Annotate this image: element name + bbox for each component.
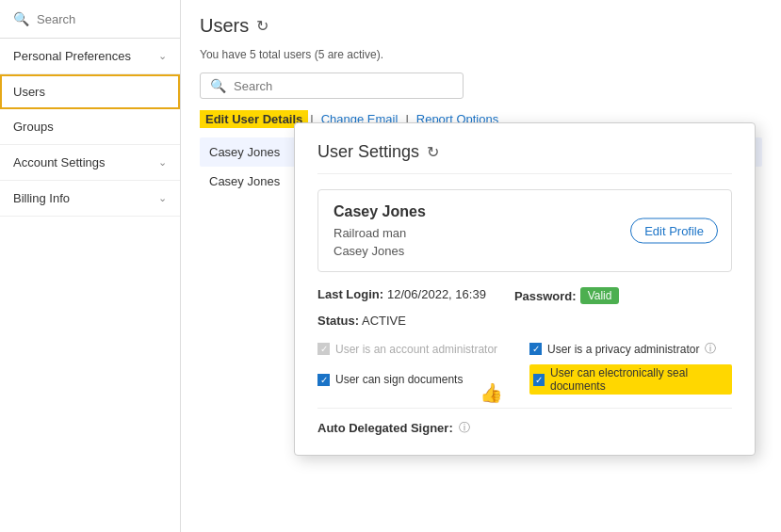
sidebar-search-container[interactable]: 🔍 — [0, 0, 180, 39]
password-label: Password: — [514, 289, 577, 303]
status-value: ACTIVE — [362, 314, 406, 328]
user-settings-modal: User Settings ↻ Casey Jones Railroad man… — [294, 122, 756, 456]
permission-checkbox-sign-docs[interactable]: ✓ — [317, 374, 330, 386]
sidebar-nav: Personal Preferences ⌄ Users Groups Acco… — [0, 39, 180, 532]
password-item: Password: Valid — [514, 287, 620, 304]
sidebar-item-label: Personal Preferences — [13, 49, 131, 63]
chevron-down-icon: ⌄ — [158, 192, 167, 204]
permission-account-admin: ✓ User is an account administrator — [317, 341, 520, 357]
chevron-down-icon: ⌄ — [158, 156, 167, 169]
permission-electronic-seal: ✓ User can electronically seal documents — [529, 364, 732, 395]
permissions-grid: ✓ User is an account administrator ✓ Use… — [317, 341, 732, 395]
auto-delegated-label: Auto Delegated Signer: — [317, 421, 453, 435]
permission-checkbox-account-admin[interactable]: ✓ — [317, 343, 330, 355]
sidebar: 🔍 Personal Preferences ⌄ Users Groups Ac… — [0, 0, 181, 532]
app-container: 🔍 Personal Preferences ⌄ Users Groups Ac… — [0, 0, 781, 532]
sidebar-item-label: Account Settings — [13, 155, 106, 169]
sidebar-search-input[interactable] — [37, 12, 167, 26]
last-login-value: 12/06/2022, 16:39 — [387, 287, 486, 301]
password-status-badge: Valid — [580, 287, 620, 304]
sidebar-search-icon: 🔍 — [13, 11, 29, 26]
auto-delegated-signer: Auto Delegated Signer: ⓘ — [317, 408, 732, 436]
info-icon-auto-delegated[interactable]: ⓘ — [459, 420, 470, 436]
users-search-input[interactable] — [234, 79, 453, 93]
users-search-bar[interactable]: 🔍 — [200, 73, 464, 99]
permission-label-account-admin: User is an account administrator — [335, 343, 497, 356]
user-meta: Last Login: 12/06/2022, 16:39 Password: … — [317, 287, 732, 304]
permission-label-electronic-seal: User can electronically seal documents — [550, 366, 728, 393]
sidebar-item-account-settings[interactable]: Account Settings ⌄ — [0, 145, 180, 181]
user-list-item-label: Casey Jones — [209, 145, 280, 159]
users-search-icon: 🔍 — [210, 78, 226, 93]
refresh-icon[interactable]: ↻ — [256, 17, 268, 35]
status-label: Status: — [317, 314, 359, 328]
modal-refresh-icon[interactable]: ↻ — [427, 143, 439, 161]
main-content: Users ↻ You have 5 total users (5 are ac… — [181, 0, 781, 532]
permission-label-privacy-admin: User is a privacy administrator — [547, 343, 699, 356]
permission-privacy-admin: ✓ User is a privacy administrator ⓘ — [529, 341, 732, 357]
sidebar-item-label: Users — [13, 85, 45, 99]
sidebar-item-billing-info[interactable]: Billing Info ⌄ — [0, 181, 180, 217]
sidebar-item-personal-preferences[interactable]: Personal Preferences ⌄ — [0, 39, 180, 74]
edit-profile-button[interactable]: Edit Profile — [630, 218, 718, 244]
permission-sign-docs: ✓ User can sign documents — [317, 364, 520, 395]
user-info-card: Casey Jones Railroad man Casey Jones Edi… — [317, 189, 732, 272]
user-list-item-label: Casey Jones — [209, 174, 280, 188]
panel-title-text: Users — [200, 15, 249, 37]
sidebar-item-users[interactable]: Users — [0, 74, 180, 109]
users-panel: Users ↻ You have 5 total users (5 are ac… — [181, 0, 781, 532]
sidebar-item-label: Groups — [13, 120, 54, 134]
sidebar-item-groups[interactable]: Groups — [0, 109, 180, 145]
total-users-text: You have 5 total users (5 are active). — [200, 48, 762, 61]
sidebar-item-label: Billing Info — [13, 191, 70, 205]
modal-title: User Settings ↻ — [317, 142, 732, 174]
permission-label-sign-docs: User can sign documents — [335, 373, 463, 386]
permission-checkbox-electronic-seal[interactable]: ✓ — [533, 374, 545, 386]
last-login-item: Last Login: 12/06/2022, 16:39 — [317, 287, 486, 301]
user-info-username: Casey Jones — [334, 244, 716, 258]
last-login-label: Last Login: — [317, 287, 383, 301]
modal-title-text: User Settings — [317, 142, 419, 162]
chevron-down-icon: ⌄ — [158, 50, 167, 62]
permission-checkbox-privacy-admin[interactable]: ✓ — [529, 343, 542, 355]
tab-edit-user-details[interactable]: Edit User Details — [200, 110, 308, 128]
user-status: Status: ACTIVE — [317, 314, 732, 328]
info-icon-privacy-admin[interactable]: ⓘ — [705, 341, 716, 357]
panel-title: Users ↻ — [200, 15, 762, 37]
